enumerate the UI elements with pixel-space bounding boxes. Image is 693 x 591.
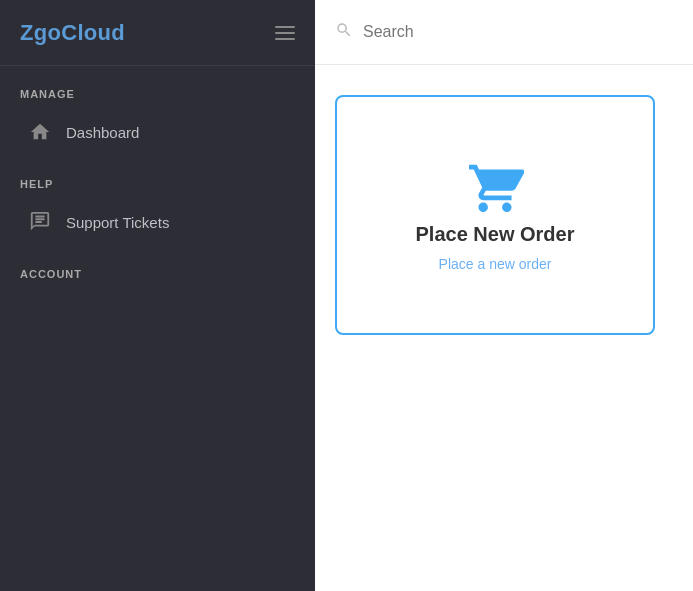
help-section-label: HELP <box>0 156 315 198</box>
sidebar-item-support-tickets[interactable]: Support Tickets <box>8 200 307 244</box>
home-icon <box>28 120 52 144</box>
card-subtitle: Place a new order <box>439 256 552 272</box>
dashboard-label: Dashboard <box>66 124 139 141</box>
search-input[interactable] <box>363 23 673 41</box>
tickets-icon <box>28 210 52 234</box>
cart-icon <box>465 158 525 213</box>
account-section-label: ACCOUNT <box>0 246 315 288</box>
main-body: Place New Order Place a new order <box>315 65 693 591</box>
place-new-order-card[interactable]: Place New Order Place a new order <box>335 95 655 335</box>
main-content: Place New Order Place a new order <box>315 0 693 591</box>
search-icon <box>335 21 353 44</box>
hamburger-menu-icon[interactable] <box>275 26 295 40</box>
support-tickets-label: Support Tickets <box>66 214 169 231</box>
card-title: Place New Order <box>416 223 575 246</box>
main-header <box>315 0 693 65</box>
sidebar-header: ZgoCloud <box>0 0 315 65</box>
sidebar: ZgoCloud MANAGE Dashboard HELP Support T… <box>0 0 315 591</box>
sidebar-item-dashboard[interactable]: Dashboard <box>8 110 307 154</box>
sidebar-logo: ZgoCloud <box>20 20 125 46</box>
manage-section-label: MANAGE <box>0 66 315 108</box>
